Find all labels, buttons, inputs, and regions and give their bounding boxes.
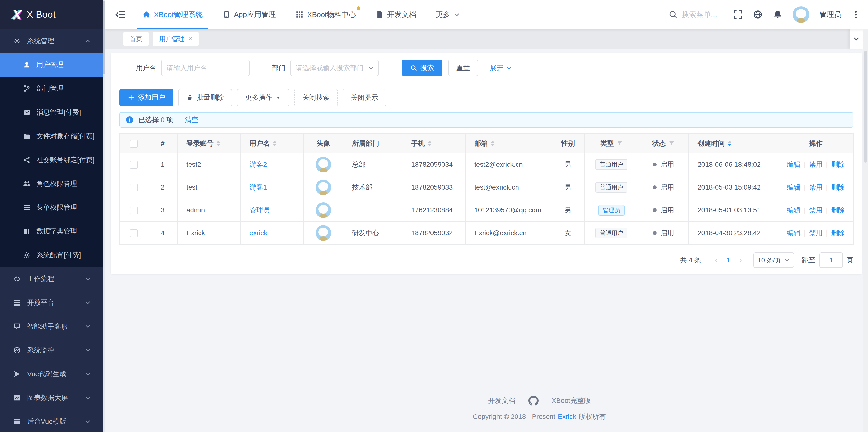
column-header-status[interactable]: 状态 bbox=[638, 134, 689, 153]
search-button[interactable]: 搜索 bbox=[402, 60, 442, 76]
row-op-disable-link[interactable]: 禁用 bbox=[809, 206, 823, 214]
sidebar-item-system-config[interactable]: 系统配置[付费] bbox=[0, 243, 105, 267]
username-link[interactable]: 游客2 bbox=[250, 161, 267, 168]
close-tips-button[interactable]: 关闭提示 bbox=[343, 89, 386, 106]
footer-docs-link[interactable]: 开发文档 bbox=[488, 396, 515, 405]
close-tab-icon[interactable]: × bbox=[188, 35, 192, 42]
row-checkbox[interactable] bbox=[130, 184, 137, 191]
sidebar-item-message-management[interactable]: 消息管理[付费] bbox=[0, 100, 105, 124]
github-icon[interactable] bbox=[528, 396, 538, 406]
more-actions-dropdown-button[interactable]: 更多操作 bbox=[237, 89, 289, 106]
sort-toggle[interactable] bbox=[217, 141, 220, 146]
row-checkbox[interactable] bbox=[130, 207, 137, 214]
sidebar-item-department-management[interactable]: 部门管理 bbox=[0, 77, 105, 100]
column-header-created[interactable]: 创建时间 bbox=[689, 134, 778, 153]
row-op-delete-link[interactable]: 删除 bbox=[831, 229, 845, 237]
row-checkbox[interactable] bbox=[130, 229, 137, 237]
row-avatar[interactable] bbox=[315, 180, 331, 195]
next-page-arrow[interactable]: › bbox=[737, 255, 744, 265]
row-op-edit-link[interactable]: 编辑 bbox=[787, 161, 801, 168]
header-tab-main-system[interactable]: XBoot管理系统 bbox=[142, 0, 203, 29]
column-header-email[interactable]: 邮箱 bbox=[465, 134, 551, 153]
username-filter-input[interactable]: 请输入用户名 bbox=[161, 60, 250, 76]
current-page-number[interactable]: 1 bbox=[726, 256, 730, 264]
reset-button[interactable]: 重置 bbox=[448, 60, 478, 76]
page-tab-user-management[interactable]: 用户管理× bbox=[153, 32, 198, 46]
row-checkbox[interactable] bbox=[130, 161, 137, 169]
user-name[interactable]: 管理员 bbox=[819, 10, 841, 20]
sidebar-item-file-object-storage[interactable]: 文件对象存储[付费] bbox=[0, 124, 105, 148]
select-all-checkbox[interactable] bbox=[130, 140, 137, 148]
sidebar-item-user-management[interactable]: 用户管理 bbox=[0, 53, 105, 77]
language-globe-icon[interactable] bbox=[753, 10, 763, 20]
filter-funnel-icon[interactable] bbox=[617, 141, 623, 146]
add-user-button[interactable]: 添加用户 bbox=[119, 89, 173, 106]
row-op-disable-link[interactable]: 禁用 bbox=[809, 161, 823, 168]
page-tab-home[interactable]: 首页 bbox=[123, 32, 149, 46]
menu-search-box[interactable]: 搜索菜单... bbox=[669, 10, 717, 20]
prev-page-arrow[interactable]: ‹ bbox=[713, 255, 719, 265]
row-op-delete-link[interactable]: 删除 bbox=[831, 161, 845, 168]
sidebar-item-menu-permission[interactable]: 菜单权限管理 bbox=[0, 196, 105, 219]
row-op-delete-link[interactable]: 删除 bbox=[831, 183, 845, 191]
tab-list-dropdown-button[interactable] bbox=[849, 29, 863, 49]
sidebar-item-assistant-service[interactable]: 智能助手客服 bbox=[0, 314, 105, 338]
menu-collapse-icon[interactable] bbox=[115, 9, 126, 20]
header-tab-more[interactable]: 更多 bbox=[436, 0, 460, 29]
more-options-dots-icon[interactable] bbox=[851, 10, 860, 19]
row-op-edit-link[interactable]: 编辑 bbox=[787, 206, 801, 214]
row-op-delete-link[interactable]: 删除 bbox=[831, 206, 845, 214]
column-header-phone[interactable]: 手机 bbox=[402, 134, 465, 153]
jump-to-label: 跳至 bbox=[802, 255, 815, 265]
column-header-username[interactable]: 用户名 bbox=[241, 134, 304, 153]
page-size-select[interactable]: 10 条/页 bbox=[753, 252, 794, 268]
sidebar-item-open-platform[interactable]: 开放平台 bbox=[0, 291, 105, 314]
sidebar-item-social-account-binding[interactable]: 社交账号绑定[付费] bbox=[0, 148, 105, 172]
row-avatar[interactable] bbox=[315, 225, 331, 241]
sort-toggle[interactable] bbox=[273, 141, 277, 146]
sort-toggle[interactable] bbox=[428, 141, 432, 146]
batch-delete-button[interactable]: 批量删除 bbox=[178, 89, 232, 106]
sidebar-item-role-permission[interactable]: 角色权限管理 bbox=[0, 172, 105, 196]
header-tab-dev-docs[interactable]: 开发文档 bbox=[375, 0, 416, 29]
sidebar-item-system-monitor[interactable]: 系统监控 bbox=[0, 338, 105, 362]
expand-filters-link[interactable]: 展开 bbox=[490, 63, 512, 72]
jump-to-page-input[interactable] bbox=[819, 252, 843, 268]
fullscreen-icon[interactable] bbox=[733, 10, 743, 20]
username-link[interactable]: 游客1 bbox=[250, 183, 267, 191]
author-link[interactable]: Exrick bbox=[558, 413, 576, 420]
sidebar-item-chart-screen[interactable]: 图表数据大屏 bbox=[0, 386, 105, 410]
sidebar-item-data-dictionary[interactable]: 数据字典管理 bbox=[0, 219, 105, 243]
sidebar-item-workflow[interactable]: 工作流程 bbox=[0, 267, 105, 291]
sidebar-scrollbar[interactable] bbox=[103, 0, 105, 432]
row-op-edit-link[interactable]: 编辑 bbox=[787, 229, 801, 237]
username-link[interactable]: exrick bbox=[250, 229, 267, 237]
monitor-icon bbox=[13, 346, 21, 354]
sort-toggle[interactable] bbox=[728, 141, 732, 146]
row-op-disable-link[interactable]: 禁用 bbox=[809, 229, 823, 237]
sidebar-item-backend-vue-template[interactable]: 后台Vue模版 bbox=[0, 410, 105, 432]
sidebar-item-system-management[interactable]: 系统管理 bbox=[0, 29, 105, 53]
window-scrollbar[interactable] bbox=[863, 29, 868, 432]
close-search-button[interactable]: 关闭搜索 bbox=[294, 89, 338, 106]
department-filter-select[interactable]: 请选择或输入搜索部门 bbox=[290, 60, 379, 76]
notification-bell-icon[interactable] bbox=[773, 10, 782, 20]
app-logo[interactable]: X X Boot bbox=[0, 0, 105, 29]
row-op-disable-link[interactable]: 禁用 bbox=[809, 183, 823, 191]
row-avatar[interactable] bbox=[315, 157, 331, 172]
header-tab-app-management[interactable]: App应用管理 bbox=[222, 0, 276, 29]
row-op-edit-link[interactable]: 编辑 bbox=[787, 183, 801, 191]
sidebar-item-vue-code-gen[interactable]: Vue代码生成 bbox=[0, 362, 105, 386]
clear-selection-link[interactable]: 清空 bbox=[185, 115, 198, 124]
footer-repo-link[interactable]: XBoot完整版 bbox=[552, 396, 591, 405]
username-link[interactable]: 管理员 bbox=[250, 206, 270, 214]
sort-toggle[interactable] bbox=[491, 141, 495, 146]
column-header-type[interactable]: 类型 bbox=[585, 134, 638, 153]
row-avatar[interactable] bbox=[315, 203, 331, 218]
created-time: 2018-05-01 03:13:51 bbox=[698, 206, 761, 214]
user-avatar[interactable] bbox=[793, 6, 809, 23]
column-header-select[interactable] bbox=[120, 134, 148, 153]
header-tab-material-center[interactable]: XBoot物料中心 bbox=[296, 0, 356, 29]
filter-funnel-icon[interactable] bbox=[669, 141, 675, 146]
column-header-account[interactable]: 登录账号 bbox=[178, 134, 241, 153]
